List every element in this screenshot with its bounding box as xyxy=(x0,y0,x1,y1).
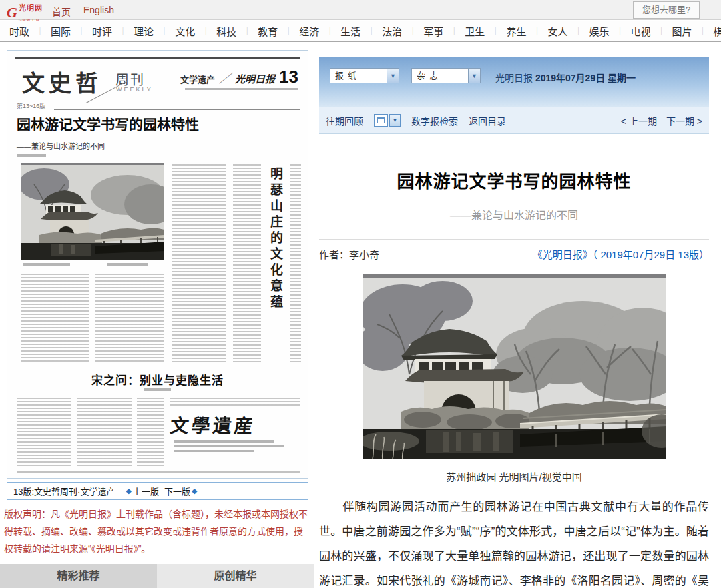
chevron-down-icon[interactable]: ▼ xyxy=(387,69,399,83)
nav-item[interactable]: 电视 xyxy=(630,24,650,38)
article-byline: 作者：李小奇 《光明日报》（ 2019年07月29日 13版） xyxy=(319,247,709,261)
nav-item[interactable]: 国际 xyxy=(51,24,71,38)
weekly-english: WEEKLY xyxy=(116,86,153,93)
nav-item[interactable]: 科技 xyxy=(216,24,236,38)
next-page-link[interactable]: 下一版 xyxy=(164,485,190,497)
paper-select[interactable]: 报纸 ▼ xyxy=(330,68,399,83)
nav-separator: ｜ xyxy=(533,25,541,37)
nav-item[interactable]: 经济 xyxy=(299,24,319,38)
pages-range: 第13~16版 xyxy=(17,101,45,110)
tab-original[interactable]: 原创精华 xyxy=(157,564,314,588)
fake-text-column xyxy=(21,274,89,364)
nav-item[interactable]: 女人 xyxy=(547,24,567,38)
calendar-dropdown-icon[interactable]: ▼ xyxy=(389,114,401,127)
nav-separator: ｜ xyxy=(119,25,127,37)
article-title: 园林游记文学书写的园林特性 xyxy=(319,168,709,192)
nav-separator: ｜ xyxy=(160,25,168,37)
fake-text-column xyxy=(77,398,132,467)
prev-page-link[interactable]: 上一版 xyxy=(133,485,159,497)
nav-separator: ｜ xyxy=(616,25,624,37)
top-bar: G 光明网 GMW.CN 首页 English 您想去哪里? xyxy=(0,0,721,20)
main-nav: 时政｜ 国际｜ 时评｜ 理论｜ 文化｜ 科技｜ 教育｜ 经济｜ 生活｜ 法治｜ … xyxy=(0,21,721,42)
gmw-logo-cn: 光明网 xyxy=(19,4,43,12)
nav-item[interactable]: 棋牌 xyxy=(714,24,721,38)
fake-text-column xyxy=(17,398,71,467)
newspaper-page-preview[interactable]: 文史哲 周刊 WEEKLY 文学遗产 ／ 光明日报 13 第13~16版 园林游… xyxy=(7,50,308,479)
reader-toolbar: 往期回顾 ▼ 数字报检索 返回目录 < 上一期 下一期 > xyxy=(319,107,709,134)
paper-date-line: 光明日报 2019年07月29日 星期一 xyxy=(495,71,636,84)
nav-item[interactable]: 时政 xyxy=(9,24,29,38)
article-divider xyxy=(319,239,709,240)
reader-panel: 报纸 ▼ 杂志 ▼ 光明日报 2019年07月29日 星期一 往期回顾 ▼ 数字… xyxy=(319,57,721,588)
fake-text-line xyxy=(174,440,274,443)
nav-separator: ｜ xyxy=(77,25,85,37)
prev-issue-link[interactable]: < 上一期 xyxy=(621,114,657,127)
article-subtitle: ——兼论与山水游记的不同 xyxy=(319,206,709,222)
copyright-notice: 版权声明：凡《光明日报》上刊载作品（含标题），未经本报或本网授权不得转载、摘编、… xyxy=(4,505,311,557)
fake-bottom-line xyxy=(17,471,300,473)
calligraphy-block: 文學遺産 xyxy=(170,411,300,469)
nav-separator: ｜ xyxy=(367,25,375,37)
photo-caption: 苏州拙政园 光明图片/视觉中国 xyxy=(319,469,709,483)
bottom-tabs: 精彩推荐 原创精华 xyxy=(0,564,314,588)
fake-caption-line xyxy=(107,263,148,266)
calendar-glyph xyxy=(377,117,385,123)
date-picker: ▼ xyxy=(374,114,401,127)
magazine-select[interactable]: 杂志 ▼ xyxy=(411,68,481,83)
reader-header-bar: 报纸 ▼ 杂志 ▼ 光明日报 2019年07月29日 星期一 xyxy=(319,57,709,107)
paper-masthead: 光明日报 xyxy=(235,71,275,85)
goto-select[interactable]: 您想去哪里? xyxy=(633,1,700,19)
fake-text-column xyxy=(233,164,261,364)
nav-item[interactable]: 军事 xyxy=(423,24,443,38)
calendar-icon[interactable] xyxy=(374,114,388,127)
next-issue-link[interactable]: 下一期 > xyxy=(666,114,702,127)
nav-item[interactable]: 图片 xyxy=(672,24,692,38)
nav-separator: ｜ xyxy=(450,25,458,37)
fake-caption-line xyxy=(23,263,70,266)
nav-item[interactable]: 养生 xyxy=(506,24,526,38)
tab-recommended[interactable]: 精彩推荐 xyxy=(0,564,157,588)
fake-text-column xyxy=(137,398,164,467)
nav-item[interactable]: 时评 xyxy=(92,24,112,38)
nav-separator: ｜ xyxy=(36,25,44,37)
section-row: 文学遗产 ／ 光明日报 13 xyxy=(180,67,298,87)
home-link[interactable]: 首页 xyxy=(52,5,71,18)
nav-item[interactable]: 法治 xyxy=(382,24,402,38)
fake-text-column xyxy=(172,164,226,364)
magazine-select-value: 杂志 xyxy=(412,69,468,83)
nav-separator: ｜ xyxy=(657,25,665,37)
page-nav-bar: 13版:文史哲周刊·文学遗产 ◆ 上一版 下一版 ◆ xyxy=(7,482,308,500)
nav-item[interactable]: 卫生 xyxy=(465,24,485,38)
article-garden-photo xyxy=(363,274,666,459)
fake-author-line xyxy=(144,388,171,391)
nav-separator: ｜ xyxy=(409,25,417,37)
article-source-link[interactable]: 《光明日报》（ 2019年07月29日 13版） xyxy=(533,247,709,261)
nav-separator: ｜ xyxy=(574,25,582,37)
digital-search-link[interactable]: 数字报检索 xyxy=(411,114,458,127)
mid-headline: 宋之问：别业与吏隐生活 xyxy=(34,371,281,388)
fake-author-line xyxy=(17,154,46,157)
page-nav-label: 13版:文史哲周刊·文学遗产 xyxy=(13,485,115,497)
chevron-down-icon[interactable]: ▼ xyxy=(468,69,480,83)
nav-item[interactable]: 文化 xyxy=(175,24,195,38)
nav-item[interactable]: 生活 xyxy=(340,24,360,38)
page: G 光明网 GMW.CN 首页 English 您想去哪里? 时政｜ 国际｜ 时… xyxy=(0,0,721,588)
nav-item[interactable]: 娱乐 xyxy=(589,24,609,38)
fake-text-line xyxy=(185,88,298,90)
masthead-underline xyxy=(54,109,300,110)
article: 园林游记文学书写的园林特性 ——兼论与山水游记的不同 作者：李小奇 《光明日报》… xyxy=(319,134,709,588)
nav-item[interactable]: 理论 xyxy=(134,24,154,38)
side-vertical-headline: 明瑟山庄的文化意蕴 xyxy=(266,167,284,340)
nav-separator: ｜ xyxy=(326,25,334,37)
article-body: 伴随构园游园活动而产生的园林游记在中国古典文献中有大量的作品传世。中唐之前游园之… xyxy=(319,495,709,588)
preview-headline: 园林游记文学书写的园林特性 xyxy=(17,116,228,133)
fake-text-column xyxy=(95,274,164,364)
english-link[interactable]: English xyxy=(83,5,114,15)
gmw-logo-g: G xyxy=(7,4,17,21)
past-issues-link[interactable]: 往期回顾 xyxy=(326,114,363,127)
nav-separator: ｜ xyxy=(284,25,292,37)
back-to-toc-link[interactable]: 返回目录 xyxy=(469,114,506,127)
paper-select-value: 报纸 xyxy=(330,69,387,83)
fake-text-row xyxy=(170,398,300,407)
nav-item[interactable]: 教育 xyxy=(258,24,278,38)
